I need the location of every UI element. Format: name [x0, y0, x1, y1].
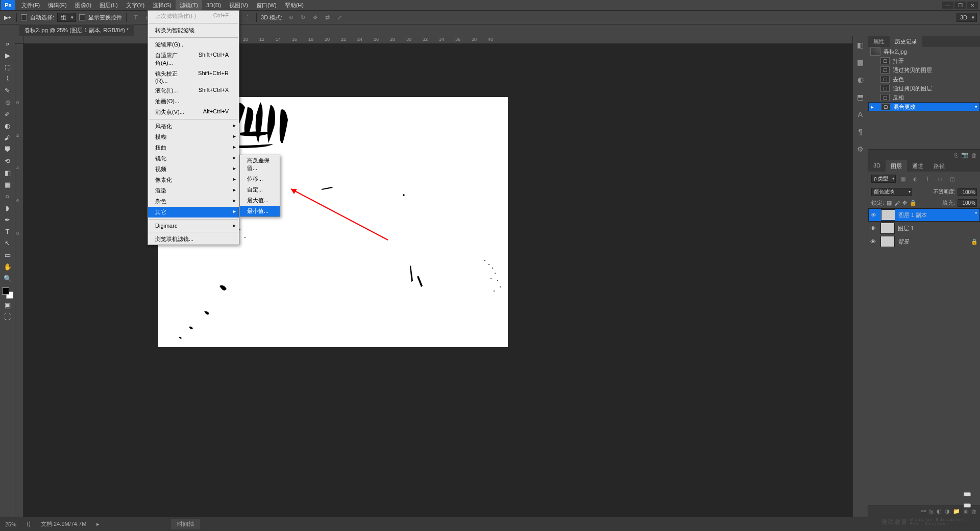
history-step[interactable]: ▢去色 — [868, 75, 980, 84]
tab-history[interactable]: 历史记录 — [890, 36, 922, 47]
lock-paint-icon[interactable]: 🖌 — [894, 200, 900, 206]
shape-tool[interactable]: ▭ — [2, 249, 14, 260]
menu-vanishing-point[interactable]: 消失点(V)...Alt+Ctrl+V — [148, 107, 239, 117]
align-top-icon[interactable]: ⊤ — [131, 12, 141, 22]
tab-timeline[interactable]: 时间轴 — [171, 519, 200, 529]
tab-channels[interactable]: 通道 — [907, 160, 928, 172]
settings-icon[interactable]: ⚙ — [855, 144, 866, 154]
workspace-dropdown[interactable]: 3D — [957, 13, 977, 22]
history-camera-icon[interactable]: ⎘ — [954, 152, 958, 158]
layer-row[interactable]: 👁 背景 🔒 — [868, 235, 980, 248]
mask-icon[interactable]: ◐ — [937, 508, 942, 515]
hand-tool[interactable]: ✋ — [2, 261, 14, 272]
tab-layers[interactable]: 图层 — [886, 160, 907, 172]
menu-other[interactable]: 其它 — [148, 207, 239, 218]
menu-select[interactable]: 选择(S) — [149, 0, 176, 11]
chevron-right-icon[interactable]: ▸ — [96, 521, 100, 527]
submenu-offset[interactable]: 位移... — [240, 174, 280, 184]
layer-row[interactable]: 👁 图层 1 副本 — [868, 208, 980, 222]
close-button[interactable]: ✕ — [967, 2, 978, 9]
character-icon[interactable]: A — [855, 109, 866, 119]
tab-paths[interactable]: 路径 — [928, 160, 950, 172]
brush-tool[interactable]: 🖌 — [2, 132, 14, 143]
scrub-icon[interactable]: ⟨⟩ — [27, 521, 31, 527]
eyedropper-tool[interactable]: ✐ — [2, 108, 14, 119]
menu-edit[interactable]: 编辑(E) — [44, 0, 71, 11]
kind-filter[interactable]: ρ 类型 — [871, 175, 896, 183]
minimize-button[interactable]: — — [942, 2, 953, 9]
menu-video[interactable]: 视频 — [148, 164, 239, 175]
submenu-highpass[interactable]: 高反差保留... — [240, 155, 280, 174]
tab-3d[interactable]: 3D — [868, 160, 886, 172]
tab-properties[interactable]: 属性 — [868, 36, 890, 47]
lock-trans-icon[interactable]: ▦ — [887, 200, 892, 206]
maximize-button[interactable]: ❐ — [954, 2, 966, 9]
crop-tool[interactable]: ⟃ — [2, 96, 14, 108]
adjustment-icon[interactable]: ◑ — [945, 508, 950, 515]
show-transform-checkbox[interactable] — [79, 14, 85, 20]
menu-noise[interactable]: 杂色 — [148, 196, 239, 207]
visibility-icon[interactable]: 👁 — [870, 225, 877, 231]
history-snapshot[interactable]: 春秋2.jpg — [868, 47, 980, 56]
roll-icon[interactable]: ↻ — [298, 12, 308, 22]
menu-file[interactable]: 文件(F) — [17, 0, 44, 11]
filter-shape-icon[interactable]: ◻ — [935, 174, 945, 184]
menu-filter[interactable]: 滤镜(T) — [176, 0, 202, 11]
pen-tool[interactable]: ✒ — [2, 214, 14, 225]
orbit-icon[interactable]: ⟲ — [285, 12, 296, 22]
screenmode-tool[interactable]: ⛶ — [2, 311, 14, 322]
stamp-tool[interactable]: ⛊ — [2, 143, 14, 155]
zoom-level[interactable]: 25% — [5, 521, 16, 527]
history-step[interactable]: ▢通过拷贝的图层 — [868, 84, 980, 93]
gradient-tool[interactable]: ▦ — [2, 179, 14, 190]
lasso-tool[interactable]: ⌇ — [2, 73, 14, 84]
menu-window[interactable]: 窗口(W) — [252, 0, 281, 11]
expand-icon[interactable]: » — [2, 38, 14, 49]
menu-browse-online[interactable]: 浏览联机滤镜... — [148, 234, 239, 245]
wand-tool[interactable]: ✎ — [2, 85, 14, 96]
marquee-tool[interactable]: ⬚ — [2, 61, 14, 73]
menu-pixelate[interactable]: 像素化 — [148, 175, 239, 185]
quickmask-tool[interactable]: ▣ — [2, 299, 14, 310]
submenu-minimum[interactable]: 最小值... — [240, 206, 280, 216]
healing-tool[interactable]: ◐ — [2, 120, 14, 131]
fill-input[interactable]: 100% — [958, 199, 977, 207]
auto-select-checkbox[interactable] — [21, 14, 27, 20]
menu-sharpen[interactable]: 锐化 — [148, 153, 239, 164]
pan-icon[interactable]: ✥ — [310, 12, 320, 22]
blur-tool[interactable]: ○ — [2, 190, 14, 202]
fx-icon[interactable]: fx — [929, 509, 934, 515]
history-step[interactable]: ▢通过拷贝的图层 — [868, 65, 980, 75]
menu-oil-paint[interactable]: 油画(O)... — [148, 96, 239, 107]
history-new-icon[interactable]: 📷 — [961, 152, 968, 158]
layer-row[interactable]: 👁 图层 1 — [868, 222, 980, 235]
color-swatch[interactable] — [2, 287, 13, 299]
document-tab[interactable]: 春秋2.jpg @ 25% (图层 1 副本, RGB/8#) * — [19, 25, 134, 36]
distribute-icon-3[interactable]: ⋮ — [242, 12, 252, 22]
filter-pixel-icon[interactable]: ▦ — [898, 174, 908, 184]
visibility-icon[interactable]: 👁 — [871, 211, 878, 219]
visibility-icon[interactable]: 👁 — [870, 238, 877, 245]
group-icon[interactable]: 📁 — [953, 508, 960, 515]
filter-type-icon[interactable]: T — [922, 174, 933, 184]
menu-digimarc[interactable]: Digimarc — [148, 221, 239, 230]
history-step[interactable]: ▢反相 — [868, 93, 980, 102]
lock-pos-icon[interactable]: ✥ — [902, 200, 907, 206]
path-tool[interactable]: ↖ — [2, 237, 14, 249]
paragraph-icon[interactable]: ¶ — [855, 127, 866, 137]
slide-icon[interactable]: ⇄ — [322, 12, 332, 22]
menu-smart-filter[interactable]: 转换为智能滤镜 — [148, 25, 239, 36]
eraser-tool[interactable]: ◧ — [2, 167, 14, 178]
menu-filter-gallery[interactable]: 滤镜库(G)... — [148, 39, 239, 50]
menu-liquify[interactable]: 液化(L)...Shift+Ctrl+X — [148, 85, 239, 96]
menu-last-filter[interactable]: 上次滤镜操作(F)Ctrl+F — [148, 11, 239, 21]
filter-adj-icon[interactable]: ◐ — [910, 174, 920, 184]
history-brush-tool[interactable]: ⟲ — [2, 155, 14, 166]
menu-stylize[interactable]: 风格化 — [148, 121, 239, 132]
move-tool[interactable]: ▶ — [2, 50, 14, 61]
scale-icon[interactable]: ⤢ — [334, 12, 345, 22]
menu-layer[interactable]: 图层(L) — [95, 0, 121, 11]
adjustments-icon[interactable]: ◐ — [855, 75, 866, 85]
color-icon[interactable]: ◧ — [855, 40, 866, 50]
menu-blur[interactable]: 模糊 — [148, 132, 239, 142]
